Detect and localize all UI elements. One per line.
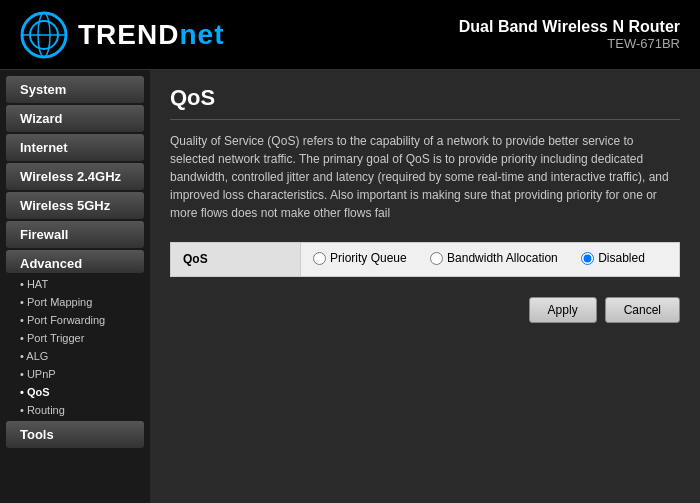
sidebar-item-port-forwarding[interactable]: Port Forwarding	[0, 311, 150, 329]
qos-settings-table: QoS Priority Queue Bandwidth Allocation …	[170, 242, 680, 277]
sidebar-item-firewall[interactable]: Firewall	[6, 221, 144, 248]
apply-button[interactable]: Apply	[529, 297, 597, 323]
page-title: QoS	[170, 85, 680, 120]
qos-options-cell: Priority Queue Bandwidth Allocation Disa…	[301, 243, 680, 277]
qos-option-disabled[interactable]: Disabled	[581, 251, 645, 265]
sidebar-section-advanced[interactable]: Advanced	[6, 250, 144, 273]
product-title: Dual Band Wireless N Router	[459, 18, 680, 36]
sidebar-item-alg[interactable]: ALG	[0, 347, 150, 365]
logo-area: TRENDnet	[20, 11, 224, 59]
qos-option-bandwidth-label: Bandwidth Allocation	[447, 251, 558, 265]
qos-radio-priority[interactable]	[313, 252, 326, 265]
qos-radio-bandwidth[interactable]	[430, 252, 443, 265]
sidebar-sub-items: HAT Port Mapping Port Forwarding Port Tr…	[0, 275, 150, 419]
layout: System Wizard Internet Wireless 2.4GHz W…	[0, 70, 700, 503]
sidebar-item-qos[interactable]: QoS	[0, 383, 150, 401]
sidebar-item-port-trigger[interactable]: Port Trigger	[0, 329, 150, 347]
qos-description: Quality of Service (QoS) refers to the c…	[170, 132, 680, 222]
sidebar-item-wizard[interactable]: Wizard	[6, 105, 144, 132]
sidebar-item-wireless5[interactable]: Wireless 5GHz	[6, 192, 144, 219]
qos-row: QoS Priority Queue Bandwidth Allocation …	[171, 243, 680, 277]
sidebar-item-routing[interactable]: Routing	[0, 401, 150, 419]
sidebar-section-tools[interactable]: Tools	[6, 421, 144, 448]
sidebar: System Wizard Internet Wireless 2.4GHz W…	[0, 70, 150, 503]
qos-option-priority-label: Priority Queue	[330, 251, 407, 265]
qos-option-priority[interactable]: Priority Queue	[313, 251, 407, 265]
sidebar-item-upnp[interactable]: UPnP	[0, 365, 150, 383]
main-content: QoS Quality of Service (QoS) refers to t…	[150, 70, 700, 503]
product-model: TEW-671BR	[459, 36, 680, 51]
qos-option-bandwidth[interactable]: Bandwidth Allocation	[430, 251, 558, 265]
trendnet-logo-icon	[20, 11, 68, 59]
product-info: Dual Band Wireless N Router TEW-671BR	[459, 18, 680, 51]
qos-radio-disabled[interactable]	[581, 252, 594, 265]
qos-row-label: QoS	[171, 243, 301, 277]
button-row: Apply Cancel	[170, 297, 680, 323]
cancel-button[interactable]: Cancel	[605, 297, 680, 323]
sidebar-item-internet[interactable]: Internet	[6, 134, 144, 161]
header: TRENDnet Dual Band Wireless N Router TEW…	[0, 0, 700, 70]
sidebar-item-port-mapping[interactable]: Port Mapping	[0, 293, 150, 311]
sidebar-item-system[interactable]: System	[6, 76, 144, 103]
qos-option-disabled-label: Disabled	[598, 251, 645, 265]
brand-name: TRENDnet	[78, 19, 224, 51]
sidebar-item-hat[interactable]: HAT	[0, 275, 150, 293]
sidebar-item-wireless24[interactable]: Wireless 2.4GHz	[6, 163, 144, 190]
